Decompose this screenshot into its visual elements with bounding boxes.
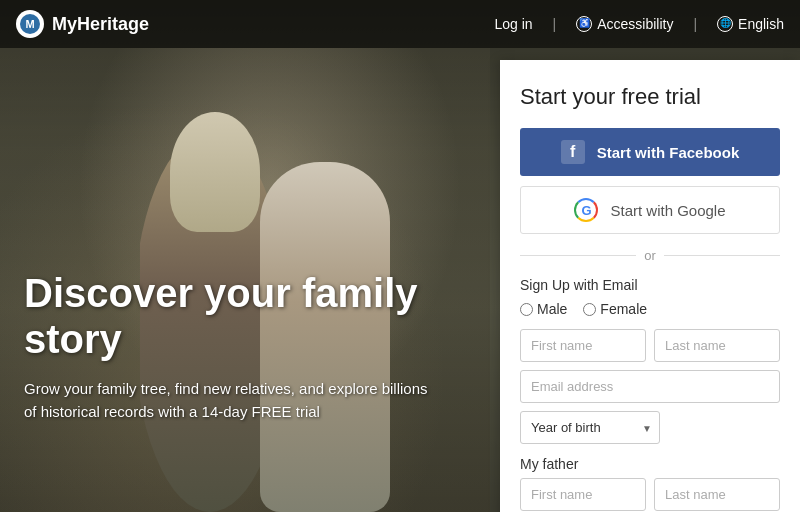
hero-subtitle: Grow your family tree, find new relative… bbox=[24, 378, 444, 423]
or-line-left bbox=[520, 255, 636, 256]
panel-title: Start your free trial bbox=[520, 84, 780, 110]
header: M MyHeritage Log in | ♿ Accessibility | … bbox=[0, 0, 800, 48]
hero-title: Discover your family story bbox=[24, 270, 444, 362]
header-divider2: | bbox=[693, 16, 697, 32]
logo-text: MyHeritage bbox=[52, 14, 149, 35]
father-name-fields bbox=[520, 478, 780, 511]
year-of-birth-field[interactable]: Year of birth 2005 2000 1995 1990 1985 1… bbox=[520, 411, 660, 444]
name-fields bbox=[520, 329, 780, 362]
hero-section: Discover your family story Grow your fam… bbox=[24, 270, 444, 423]
header-divider: | bbox=[553, 16, 557, 32]
female-radio[interactable] bbox=[583, 303, 596, 316]
accessibility-button[interactable]: ♿ Accessibility bbox=[576, 16, 673, 32]
email-signup-label: Sign Up with Email bbox=[520, 277, 780, 293]
or-line-right bbox=[664, 255, 780, 256]
language-label[interactable]: English bbox=[738, 16, 784, 32]
gender-radio-group: Male Female bbox=[520, 301, 780, 317]
google-button-label: Start with Google bbox=[610, 202, 725, 219]
email-input[interactable] bbox=[520, 370, 780, 403]
or-text: or bbox=[644, 248, 656, 263]
or-divider: or bbox=[520, 248, 780, 263]
female-label: Female bbox=[600, 301, 647, 317]
login-link[interactable]: Log in bbox=[494, 16, 532, 32]
accessibility-label[interactable]: Accessibility bbox=[597, 16, 673, 32]
male-radio-label[interactable]: Male bbox=[520, 301, 567, 317]
facebook-signup-button[interactable]: f Start with Facebook bbox=[520, 128, 780, 176]
father-label: My father bbox=[520, 456, 780, 472]
female-radio-label[interactable]: Female bbox=[583, 301, 647, 317]
father-first-name-input[interactable] bbox=[520, 478, 646, 511]
header-nav: Log in | ♿ Accessibility | 🌐 English bbox=[494, 16, 784, 32]
logo: M MyHeritage bbox=[16, 10, 149, 38]
male-label: Male bbox=[537, 301, 567, 317]
google-icon: G bbox=[574, 198, 598, 222]
language-button[interactable]: 🌐 English bbox=[717, 16, 784, 32]
first-name-input[interactable] bbox=[520, 329, 646, 362]
google-signup-button[interactable]: G Start with Google bbox=[520, 186, 780, 234]
family-figure-child bbox=[170, 112, 260, 232]
facebook-icon: f bbox=[561, 140, 585, 164]
male-radio[interactable] bbox=[520, 303, 533, 316]
logo-icon: M bbox=[16, 10, 44, 38]
last-name-input[interactable] bbox=[654, 329, 780, 362]
globe-icon: 🌐 bbox=[717, 16, 733, 32]
father-last-name-input[interactable] bbox=[654, 478, 780, 511]
accessibility-icon: ♿ bbox=[576, 16, 592, 32]
facebook-button-label: Start with Facebook bbox=[597, 144, 740, 161]
year-of-birth-select[interactable]: Year of birth 2005 2000 1995 1990 1985 1… bbox=[520, 411, 660, 444]
signup-panel: Start your free trial f Start with Faceb… bbox=[500, 60, 800, 512]
svg-text:M: M bbox=[25, 18, 34, 30]
